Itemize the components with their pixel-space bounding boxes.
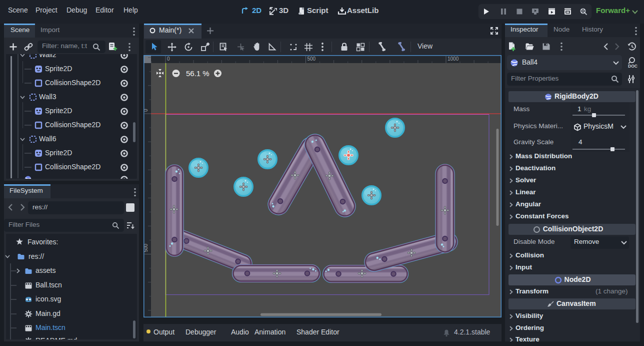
svg-text:1000: 1000 xyxy=(448,56,459,62)
svg-text:0: 0 xyxy=(167,56,170,62)
svg-text:500: 500 xyxy=(308,56,316,62)
svg-text:DOC: DOC xyxy=(628,64,638,69)
svg-text:56.1 %: 56.1 % xyxy=(186,69,210,78)
